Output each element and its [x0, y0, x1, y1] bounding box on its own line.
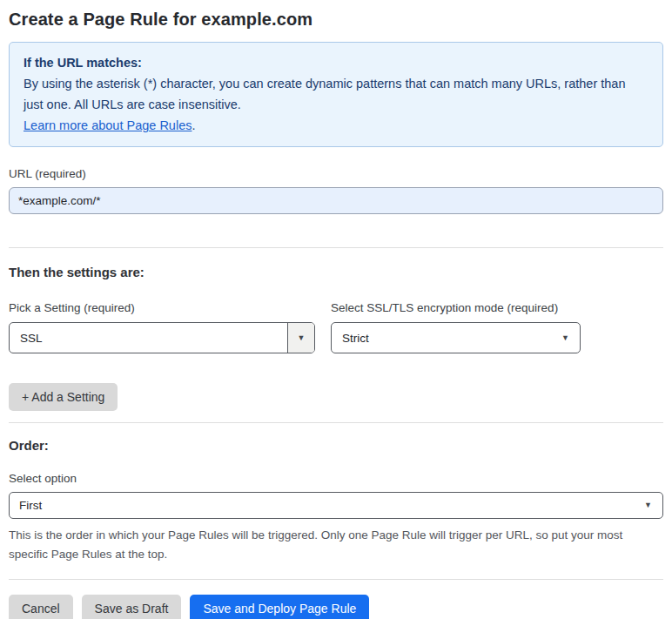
order-section-heading: Order:	[9, 438, 663, 453]
settings-selects-row: Pick a Setting (required) SSL ▼ Select S…	[9, 301, 663, 353]
dropdown-arrow-button[interactable]: ▼	[287, 323, 314, 353]
encryption-mode-column: Select SSL/TLS encryption mode (required…	[331, 301, 581, 353]
order-select[interactable]: First ▼	[9, 492, 663, 519]
encryption-mode-select[interactable]: Strict ▼	[331, 322, 581, 353]
page-title: Create a Page Rule for example.com	[9, 7, 663, 31]
section-divider	[9, 247, 663, 248]
info-box-heading: If the URL matches:	[24, 52, 648, 73]
chevron-down-icon: ▼	[298, 334, 306, 342]
add-setting-button[interactable]: + Add a Setting	[9, 383, 118, 411]
url-field-label: URL (required)	[9, 167, 663, 181]
create-page-rule-form: Create a Page Rule for example.com If th…	[0, 7, 672, 619]
pick-setting-select[interactable]: SSL ▼	[9, 322, 315, 353]
order-select-label: Select option	[9, 472, 663, 486]
chevron-down-icon: ▼	[561, 334, 580, 342]
info-box-body: By using the asterisk (*) character, you…	[24, 73, 648, 115]
pick-setting-column: Pick a Setting (required) SSL ▼	[9, 301, 315, 353]
chevron-down-icon: ▼	[644, 501, 662, 509]
order-selected-value: First	[10, 499, 644, 512]
pick-setting-selected-value: SSL	[10, 332, 287, 345]
encryption-mode-label: Select SSL/TLS encryption mode (required…	[331, 301, 581, 315]
pick-setting-label: Pick a Setting (required)	[9, 301, 315, 315]
encryption-mode-selected-value: Strict	[332, 332, 561, 345]
settings-section-heading: Then the settings are:	[9, 265, 663, 279]
save-as-draft-button[interactable]: Save as Draft	[82, 595, 182, 619]
footer-actions: Cancel Save as Draft Save and Deploy Pag…	[9, 595, 663, 619]
section-divider	[9, 422, 663, 423]
learn-more-link[interactable]: Learn more about Page Rules	[24, 118, 192, 132]
order-help-text: This is the order in which your Page Rul…	[9, 526, 663, 564]
save-and-deploy-button[interactable]: Save and Deploy Page Rule	[190, 595, 369, 619]
link-suffix: .	[192, 118, 195, 132]
section-divider	[9, 579, 663, 580]
info-box-link-line: Learn more about Page Rules.	[24, 115, 648, 136]
url-match-info-box: If the URL matches: By using the asteris…	[9, 42, 663, 147]
cancel-button[interactable]: Cancel	[9, 595, 73, 619]
url-input[interactable]	[9, 187, 663, 214]
